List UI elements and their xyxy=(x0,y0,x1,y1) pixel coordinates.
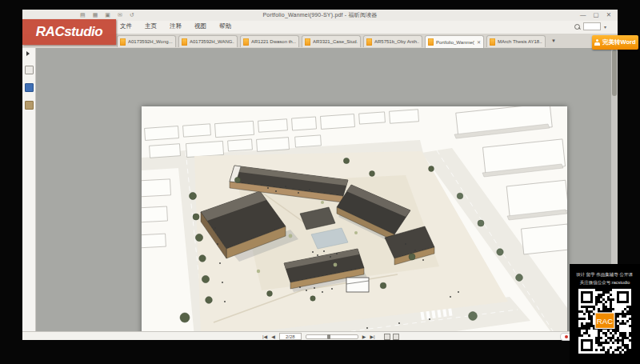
doc-tab-active-portfolio[interactable]: Portfolio_Wanme(W... ✕ xyxy=(425,35,484,48)
zoom-slider-thumb[interactable] xyxy=(327,334,330,339)
search-dropdown-arrow-icon[interactable]: ▾ xyxy=(604,24,606,30)
doc-tab-2[interactable]: A0173592H_WANG... xyxy=(178,35,238,47)
navigation-panel-strip xyxy=(22,48,36,332)
attachments-panel-icon[interactable] xyxy=(25,101,34,110)
view-mode-icons xyxy=(384,334,399,340)
doc-tab-7[interactable]: MArch Thesis AY18... xyxy=(486,35,546,47)
qr-caption-line1: 设计 留学 作品集辅导 公开课 xyxy=(577,271,634,278)
doc-tab-label: AR5751b_Oby Anth... xyxy=(374,39,419,44)
page-navigation: |◀ ◀ 2/28 ▶ ▶| xyxy=(262,333,399,340)
status-bar: |◀ ◀ 2/28 ▶ ▶| xyxy=(22,331,618,340)
doc-tab-5[interactable]: AR5751b_Oby Anth... xyxy=(363,35,422,47)
doc-tab-label: Portfolio_Wanme(W... xyxy=(436,40,474,45)
doc-tab-label: A0173592H_WANG... xyxy=(190,39,234,44)
doc-tab-label: AR1221 Dwason th... xyxy=(251,39,296,44)
doc-tab-label: MArch Thesis AY18... xyxy=(498,39,542,44)
svg-text:RAC: RAC xyxy=(597,317,613,326)
minimize-button[interactable]: — xyxy=(580,10,586,20)
racstudio-logo-text: RACstudio xyxy=(36,24,102,40)
video-frame: { "window": { "title": "Portfolio_Wanmei… xyxy=(0,0,640,364)
maximize-button[interactable]: ▢ xyxy=(594,10,599,20)
menu-file[interactable]: 文件 xyxy=(120,22,132,30)
pdf-file-icon xyxy=(243,38,249,46)
convert-button-label: 完美转Word xyxy=(602,38,636,46)
last-page-button[interactable]: ▶| xyxy=(370,334,374,340)
close-button[interactable]: ✕ xyxy=(606,10,611,20)
red-dot-icon xyxy=(565,335,568,338)
doc-tab-3[interactable]: AR1221 Dwason th... xyxy=(240,35,299,47)
pdf-file-icon xyxy=(182,38,187,46)
bookmarks-panel-icon[interactable] xyxy=(25,66,34,74)
pdf-reader-window: ▤ ▦ ▣ ✉ ↺ Portfolio_Wanmei(990-SY).pdf -… xyxy=(22,10,618,340)
page-thumbnails-panel-icon[interactable] xyxy=(25,83,34,92)
panel-expand-arrow-icon[interactable] xyxy=(26,51,30,56)
continuous-view-icon[interactable] xyxy=(393,334,399,340)
window-title: Portfolio_Wanmei(990-SY).pdf - 福昕阅读器 xyxy=(22,11,618,19)
page-number-field[interactable]: 2/28 xyxy=(279,333,302,340)
single-page-view-icon[interactable] xyxy=(384,334,390,340)
first-page-button[interactable]: |◀ xyxy=(262,334,267,340)
pdf-file-icon xyxy=(428,38,434,46)
pdf-file-icon xyxy=(120,38,126,46)
next-page-button[interactable]: ▶ xyxy=(362,334,366,340)
pdf-page-rendering xyxy=(142,106,567,332)
wechat-qr-code: RAC xyxy=(578,289,631,354)
window-controls: — ▢ ✕ xyxy=(580,10,611,20)
qr-code-panel: 设计 留学 作品集辅导 公开课 关注微信公众号:racstudio RAC xyxy=(570,264,640,364)
menu-view[interactable]: 视图 xyxy=(194,22,206,30)
pdf-file-icon xyxy=(490,38,495,46)
previous-page-button[interactable]: ◀ xyxy=(271,334,275,340)
menu-help[interactable]: 帮助 xyxy=(219,22,231,30)
tab-overflow-icon[interactable]: ▼ xyxy=(551,35,556,48)
person-icon xyxy=(594,39,600,46)
document-canvas[interactable]: WONDERING IN THE SEASONS QUANTAI WUXING … xyxy=(36,48,618,332)
qr-caption-line2: 关注微信公众号:racstudio xyxy=(580,279,630,286)
pdf-file-icon xyxy=(305,38,310,46)
search-icon[interactable] xyxy=(574,24,580,30)
pdf-page: WONDERING IN THE SEASONS QUANTAI WUXING … xyxy=(142,106,567,332)
pdf-file-icon xyxy=(366,38,372,46)
doc-tab-1[interactable]: A0173592H_Wong... xyxy=(117,35,176,47)
search-input[interactable] xyxy=(583,22,601,30)
menu-home[interactable]: 主页 xyxy=(145,22,157,30)
doc-tab-4[interactable]: AR3321_Case_Stud... xyxy=(302,35,361,47)
scrollbar-thumb[interactable] xyxy=(612,50,617,96)
doc-tab-label: AR3321_Case_Stud... xyxy=(313,39,358,44)
racstudio-watermark-logo: RACstudio xyxy=(22,19,116,45)
search-area: ▾ xyxy=(574,22,606,30)
pavilion-cube xyxy=(346,278,369,292)
zoom-slider[interactable] xyxy=(306,334,358,339)
doc-tab-label: A0173592H_Wong... xyxy=(128,39,173,44)
tab-close-icon[interactable]: ✕ xyxy=(477,39,481,45)
menu-comment[interactable]: 注释 xyxy=(170,22,182,30)
convert-to-word-button[interactable]: 完美转Word xyxy=(592,35,638,50)
